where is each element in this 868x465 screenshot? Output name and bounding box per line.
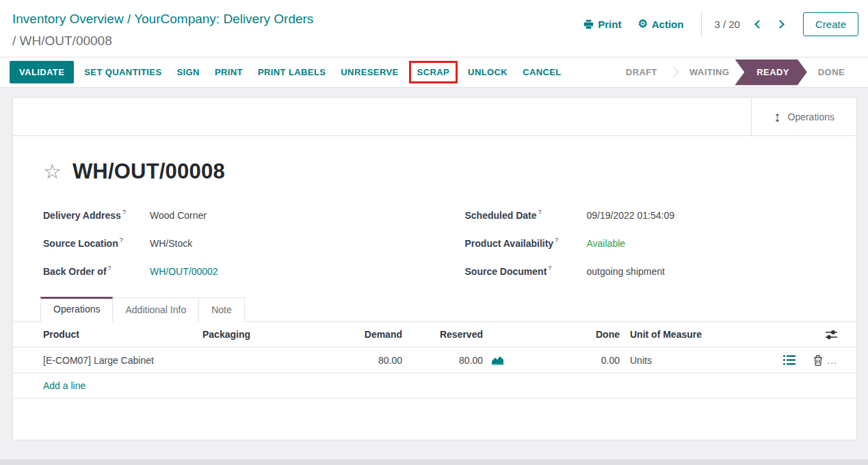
- print-button[interactable]: Print: [578, 16, 627, 33]
- print-label: Print: [598, 18, 621, 30]
- unlock-button[interactable]: UNLOCK: [460, 62, 515, 83]
- sign-button[interactable]: SIGN: [170, 62, 207, 83]
- col-header-demand[interactable]: Demand: [315, 329, 406, 340]
- source-location-value[interactable]: WH/Stock: [150, 238, 192, 253]
- button-box: ↕ Operations: [13, 98, 856, 136]
- tab-additional-info[interactable]: Additional Info: [113, 297, 199, 322]
- action-button[interactable]: ⚙ Action: [632, 16, 689, 33]
- field-column-left: Delivery Address? Wood Corner Source Loc…: [13, 210, 435, 294]
- optional-columns-button[interactable]: [826, 330, 837, 340]
- print-document-button[interactable]: PRINT: [207, 62, 250, 83]
- trash-icon: [813, 355, 823, 366]
- create-button[interactable]: Create: [803, 12, 858, 36]
- col-header-reserved[interactable]: Reserved: [406, 329, 486, 340]
- status-ready[interactable]: READY: [735, 59, 807, 85]
- col-header-packaging[interactable]: Packaging: [199, 329, 315, 340]
- scheduled-date-label: Scheduled Date: [465, 210, 537, 221]
- top-actions: Print ⚙ Action 3 / 20 Create: [578, 7, 858, 37]
- breadcrumb-inventory-overview[interactable]: Inventory Overview: [12, 12, 124, 26]
- delivery-address-value[interactable]: Wood Corner: [150, 210, 207, 225]
- up-down-arrow-icon: ↕: [774, 109, 781, 124]
- form-view: ↕ Operations ☆ WH/OUT/00008 Delivery Add…: [0, 88, 868, 440]
- pager-count: 3 / 20: [714, 18, 740, 30]
- list-icon: [783, 355, 795, 365]
- title-row: ☆ WH/OUT/00008: [13, 159, 856, 184]
- action-buttons: VALIDATE SET QUANTITIES SIGN PRINT PRINT…: [10, 61, 569, 83]
- help-icon: ?: [538, 209, 542, 215]
- record-title: WH/OUT/00008: [73, 159, 225, 184]
- row-more-indicator: ...: [827, 355, 837, 366]
- cell-demand[interactable]: 80.00: [315, 355, 406, 366]
- back-order-of-label: Back Order of: [43, 266, 107, 277]
- cancel-button[interactable]: CANCEL: [515, 62, 569, 83]
- add-a-line-link[interactable]: Add a line: [13, 380, 86, 391]
- product-availability-value: Available: [587, 238, 626, 253]
- cell-unit-of-measure[interactable]: Units: [623, 355, 761, 366]
- chevron-right-icon: [776, 20, 785, 29]
- delivery-address-label: Delivery Address: [43, 210, 121, 221]
- favorite-star-icon[interactable]: ☆: [43, 161, 62, 182]
- product-availability-label: Product Availability: [465, 238, 554, 249]
- unreserve-button[interactable]: UNRESERVE: [333, 62, 406, 83]
- header-divider: [701, 11, 702, 37]
- field-delivery-address: Delivery Address? Wood Corner: [43, 210, 435, 225]
- tab-operations[interactable]: Operations: [40, 297, 113, 322]
- field-source-document: Source Document? outgoing shipment: [465, 266, 857, 281]
- forecast-chart-icon: [491, 355, 504, 365]
- sheet-body: ☆ WH/OUT/00008 Delivery Address? Wood Co…: [13, 136, 856, 399]
- help-icon: ?: [108, 265, 111, 271]
- table-row[interactable]: [E-COM07] Large Cabinet 80.00 80.00 0.00…: [13, 347, 856, 373]
- breadcrumb-separator: /: [124, 12, 135, 26]
- pager-next-button[interactable]: [772, 16, 788, 32]
- chevron-left-icon: [754, 20, 763, 29]
- operations-stat-label: Operations: [788, 111, 834, 122]
- table-header-row: Product Packaging Demand Reserved Done U…: [13, 322, 856, 347]
- field-column-right: Scheduled Date? 09/19/2022 01:54:09 Prod…: [435, 210, 857, 294]
- field-product-availability: Product Availability? Available: [465, 238, 857, 253]
- breadcrumb: Inventory Overview / YourCompany: Delive…: [12, 7, 313, 52]
- control-panel: VALIDATE SET QUANTITIES SIGN PRINT PRINT…: [0, 57, 868, 88]
- notebook-tabs: Operations Additional Info Note: [13, 297, 856, 322]
- status-done[interactable]: DONE: [807, 59, 856, 85]
- col-header-product[interactable]: Product: [13, 329, 199, 340]
- pager-previous-button[interactable]: [751, 16, 767, 32]
- operations-stat-button[interactable]: ↕ Operations: [751, 98, 856, 135]
- help-icon: ?: [555, 237, 558, 243]
- set-quantities-button[interactable]: SET QUANTITIES: [77, 62, 169, 83]
- tab-note[interactable]: Note: [199, 297, 245, 322]
- scrap-highlight-annotation: SCRAP: [409, 61, 458, 83]
- source-document-value[interactable]: outgoing shipment: [587, 266, 665, 281]
- bottom-scroll-strip[interactable]: [0, 460, 868, 465]
- field-source-location: Source Location? WH/Stock: [43, 238, 435, 253]
- col-header-unit-of-measure[interactable]: Unit of Measure: [623, 329, 761, 340]
- help-icon: ?: [122, 209, 126, 215]
- detailed-operations-button[interactable]: [783, 355, 795, 365]
- top-bar: Inventory Overview / YourCompany: Delive…: [0, 0, 868, 57]
- scheduled-date-value[interactable]: 09/19/2022 01:54:09: [587, 210, 674, 225]
- col-header-done[interactable]: Done: [514, 329, 623, 340]
- help-icon: ?: [548, 265, 551, 271]
- operations-table: Product Packaging Demand Reserved Done U…: [13, 322, 856, 399]
- breadcrumb-current-record: WH/OUT/00008: [20, 34, 112, 48]
- form-sheet: ↕ Operations ☆ WH/OUT/00008 Delivery Add…: [12, 97, 857, 440]
- help-icon: ?: [120, 237, 123, 243]
- field-scheduled-date: Scheduled Date? 09/19/2022 01:54:09: [465, 210, 857, 225]
- source-document-label: Source Document: [465, 266, 547, 277]
- delete-row-button[interactable]: [813, 355, 823, 366]
- action-label: Action: [652, 18, 684, 30]
- field-group: Delivery Address? Wood Corner Source Loc…: [13, 210, 856, 294]
- status-waiting[interactable]: WAITING: [679, 59, 740, 85]
- breadcrumb-delivery-orders[interactable]: YourCompany: Delivery Orders: [134, 12, 313, 26]
- printer-icon: [583, 19, 594, 29]
- gear-icon: ⚙: [637, 18, 647, 29]
- scrap-button[interactable]: SCRAP: [411, 63, 456, 81]
- back-order-of-value[interactable]: WH/OUT/00002: [150, 266, 218, 281]
- print-labels-button[interactable]: PRINT LABELS: [250, 62, 333, 83]
- add-line-row: Add a line: [13, 373, 856, 399]
- status-draft[interactable]: DRAFT: [615, 59, 668, 85]
- cell-reserved[interactable]: 80.00: [406, 355, 486, 366]
- cell-done[interactable]: 0.00: [514, 355, 623, 366]
- validate-button[interactable]: VALIDATE: [10, 61, 74, 83]
- cell-product[interactable]: [E-COM07] Large Cabinet: [13, 355, 199, 366]
- sliders-icon: [826, 330, 837, 340]
